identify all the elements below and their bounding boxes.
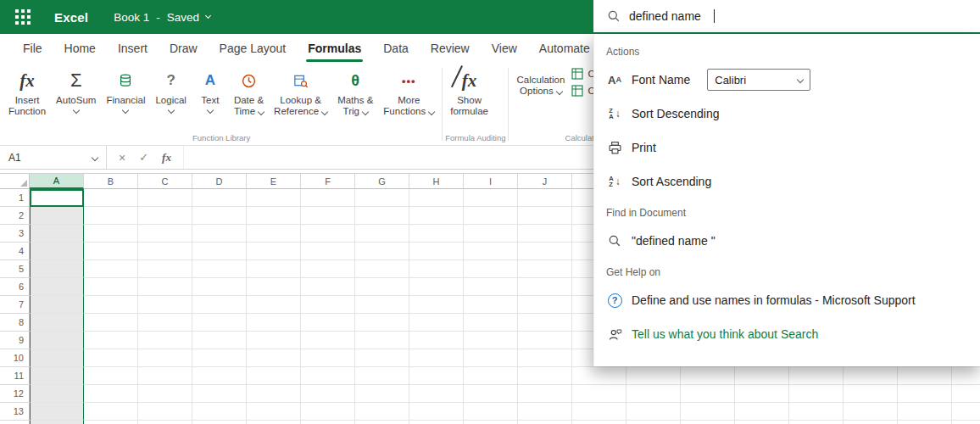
date-time-button[interactable]: Date & Time [229, 63, 269, 118]
insert-function-button[interactable]: fx Insert Function [3, 63, 51, 118]
cell-G5[interactable] [355, 260, 409, 278]
row-header-11[interactable]: 11 [0, 367, 30, 385]
cell-A6[interactable] [30, 278, 84, 296]
column-header-F[interactable]: F [301, 174, 355, 189]
cell-A4[interactable] [30, 243, 84, 260]
cell-G8[interactable] [355, 314, 409, 332]
cell-J3[interactable] [518, 225, 572, 243]
more-functions-button[interactable]: ••• More Functions [378, 63, 439, 118]
cell-E3[interactable] [247, 225, 301, 243]
cell-I7[interactable] [464, 296, 518, 314]
cell-B8[interactable] [84, 314, 138, 332]
cell-C2[interactable] [138, 207, 192, 225]
cell-E13[interactable] [247, 403, 301, 421]
cell-G1[interactable] [355, 189, 409, 207]
row-header-7[interactable]: 7 [0, 296, 30, 314]
cell-F2[interactable] [301, 207, 355, 225]
cell-A9[interactable] [30, 332, 84, 349]
cell-I8[interactable] [464, 314, 518, 332]
cell-J12[interactable] [518, 385, 572, 403]
cell-C13[interactable] [138, 403, 192, 421]
action-print[interactable]: Print [594, 131, 980, 165]
cell-K13[interactable] [572, 403, 626, 421]
cell-I12[interactable] [464, 385, 518, 403]
cell-A11[interactable] [30, 367, 84, 385]
text-button[interactable]: A Text [192, 63, 229, 114]
cell-J9[interactable] [518, 332, 572, 349]
cell-F3[interactable] [301, 225, 355, 243]
maths-trig-button[interactable]: θ Maths & Trig [332, 63, 378, 118]
cell-H10[interactable] [409, 349, 464, 367]
cell-D6[interactable] [192, 278, 247, 296]
cell-C11[interactable] [138, 367, 192, 385]
app-title[interactable]: Excel [54, 10, 88, 25]
cell-B5[interactable] [84, 260, 138, 278]
lookup-reference-button[interactable]: Lookup & Reference [269, 63, 332, 118]
cell-A1[interactable] [30, 189, 84, 207]
cell-N14[interactable] [735, 421, 789, 424]
cell-G9[interactable] [355, 332, 409, 349]
financial-button[interactable]: Financial [101, 63, 150, 114]
cell-E8[interactable] [247, 314, 301, 332]
cell-L12[interactable] [626, 385, 681, 403]
cell-D1[interactable] [192, 189, 247, 207]
cell-P11[interactable] [844, 367, 898, 385]
cell-J4[interactable] [518, 243, 572, 260]
cell-R13[interactable] [952, 403, 980, 421]
column-header-C[interactable]: C [138, 174, 192, 189]
cell-A13[interactable] [30, 403, 84, 421]
cell-H8[interactable] [409, 314, 464, 332]
row-header-12[interactable]: 12 [0, 385, 30, 403]
cell-H13[interactable] [409, 403, 464, 421]
cell-E4[interactable] [247, 243, 301, 260]
cell-J6[interactable] [518, 278, 572, 296]
cell-F1[interactable] [301, 189, 355, 207]
help-link-item[interactable]: ? Define and use names in formulas - Mic… [594, 283, 980, 317]
cell-E10[interactable] [247, 349, 301, 367]
cell-A7[interactable] [30, 296, 84, 314]
feedback-link-item[interactable]: Tell us what you think about Search [594, 317, 980, 351]
column-header-E[interactable]: E [247, 174, 301, 189]
cell-I2[interactable] [464, 207, 518, 225]
cell-A2[interactable] [30, 207, 84, 225]
cell-G14[interactable] [355, 421, 409, 424]
tab-formulas[interactable]: Formulas [297, 34, 372, 63]
cell-K11[interactable] [572, 367, 626, 385]
cell-I10[interactable] [464, 349, 518, 367]
row-header-14[interactable]: 14 [0, 421, 30, 424]
cell-N11[interactable] [735, 367, 789, 385]
cell-F12[interactable] [301, 385, 355, 403]
enter-button[interactable]: ✓ [139, 151, 148, 164]
cell-F4[interactable] [301, 243, 355, 260]
cell-G10[interactable] [355, 349, 409, 367]
cell-F8[interactable] [301, 314, 355, 332]
cell-F11[interactable] [301, 367, 355, 385]
cell-B3[interactable] [84, 225, 138, 243]
cell-H2[interactable] [409, 207, 464, 225]
cell-G7[interactable] [355, 296, 409, 314]
cell-Q11[interactable] [898, 367, 952, 385]
cell-G3[interactable] [355, 225, 409, 243]
cell-M12[interactable] [681, 385, 735, 403]
action-font-name[interactable]: AA Font Name Calibri [594, 63, 980, 97]
cell-B11[interactable] [84, 367, 138, 385]
row-header-8[interactable]: 8 [0, 314, 30, 332]
action-sort-descending[interactable]: ZA ↓ Sort Descending [594, 97, 980, 131]
cell-B2[interactable] [84, 207, 138, 225]
cell-N12[interactable] [735, 385, 789, 403]
cell-I9[interactable] [464, 332, 518, 349]
cell-H12[interactable] [409, 385, 464, 403]
cell-B9[interactable] [84, 332, 138, 349]
column-header-H[interactable]: H [409, 174, 464, 189]
column-header-D[interactable]: D [192, 174, 247, 189]
find-in-document-result[interactable]: "defined name " [594, 224, 980, 258]
app-launcher-icon[interactable] [10, 4, 36, 30]
column-header-J[interactable]: J [518, 174, 572, 189]
cancel-button[interactable]: × [119, 151, 125, 165]
cell-B1[interactable] [84, 189, 138, 207]
cell-B14[interactable] [84, 421, 138, 424]
cell-L14[interactable] [626, 421, 681, 424]
cell-R14[interactable] [952, 421, 980, 424]
cell-H1[interactable] [409, 189, 464, 207]
cell-C5[interactable] [138, 260, 192, 278]
